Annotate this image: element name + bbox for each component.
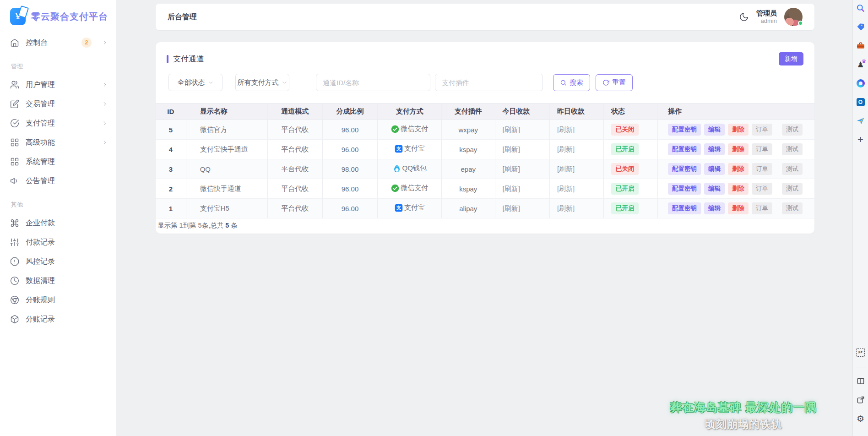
action-test-button[interactable]: 测试 (782, 124, 803, 136)
cell-split-ratio: 96.00 (322, 179, 378, 199)
action-config-key-button[interactable]: 配置密钥 (668, 143, 701, 155)
action-edit-button[interactable]: 编辑 (704, 163, 725, 175)
search-icon[interactable] (856, 3, 866, 13)
table-header-row: ID显示名称通道模式分成比例支付方式支付插件今日收款昨日收款状态操作 (156, 104, 814, 120)
add-button[interactable]: 新增 (779, 52, 803, 65)
action-config-key-button[interactable]: 配置密钥 (668, 124, 701, 136)
sidebar-item-split-records[interactable]: 分账记录 (10, 310, 108, 329)
cell-plugin: kspay (441, 140, 495, 159)
sidebar-item-label: 用户管理 (26, 80, 95, 90)
chevron-icon (102, 139, 108, 146)
plugin-input[interactable] (435, 74, 543, 91)
send-icon[interactable] (856, 116, 866, 126)
strip-divider (856, 367, 866, 367)
sidebar-item-split-rules[interactable]: 分账规则 (10, 290, 108, 310)
action-edit-button[interactable]: 编辑 (704, 183, 725, 195)
action-config-key-button[interactable]: 配置密钥 (668, 202, 701, 214)
sidebar-item-system-management[interactable]: 系统管理 (10, 152, 108, 171)
cell-channel-mode: 平台代收 (268, 159, 322, 179)
grid-icon (10, 138, 19, 147)
split-view-icon[interactable] (856, 376, 866, 386)
add-icon[interactable]: + (856, 135, 866, 145)
tag-icon[interactable] (856, 22, 866, 32)
column-header: 支付插件 (441, 104, 495, 120)
cell-today-income: [刷新] (495, 120, 549, 140)
avatar[interactable] (784, 8, 803, 26)
action-config-key-button[interactable]: 配置密钥 (668, 183, 701, 195)
action-test-button[interactable]: 测试 (782, 183, 803, 195)
cell-display-name: 支付宝快手通道 (186, 140, 267, 159)
refresh-yesterday-link[interactable]: [刷新] (557, 185, 575, 192)
subtitle-overlay: 葬在海岛墓碑 最深处的一隅 顷刻崩塌的铁轨 (670, 400, 817, 431)
sidebar-item-label: 风控记录 (26, 257, 108, 267)
status-select[interactable]: 全部状态 (168, 74, 222, 91)
outlook-icon[interactable]: O (856, 97, 866, 107)
chess-icon[interactable]: ♟♛ (856, 60, 866, 70)
action-delete-button[interactable]: 删除 (728, 163, 749, 175)
refresh-today-link[interactable]: [刷新] (503, 145, 520, 153)
cell-plugin: epay (441, 159, 495, 179)
table-row: 2微信快手通道平台代收96.00微信支付kspay[刷新][刷新]已开启配置密钥… (156, 179, 814, 199)
refresh-today-link[interactable]: [刷新] (503, 165, 520, 173)
chevron-icon (102, 39, 108, 46)
app-title: 零云聚合支付平台 (31, 11, 108, 23)
action-order-button[interactable]: 订单 (752, 124, 772, 136)
action-delete-button[interactable]: 删除 (728, 124, 749, 136)
chrome-icon (10, 295, 19, 305)
user-menu[interactable]: 管理员 admin (756, 9, 777, 25)
sidebar-item-trade-management[interactable]: 交易管理 (10, 94, 108, 114)
cell-today-income: [刷新] (495, 140, 549, 159)
refresh-yesterday-link[interactable]: [刷新] (557, 125, 575, 133)
sidebar-item-risk-records[interactable]: 风控记录 (10, 252, 108, 271)
sidebar-item-advanced-features[interactable]: 高级功能 (10, 133, 108, 152)
action-order-button[interactable]: 订单 (752, 183, 772, 195)
refresh-yesterday-link[interactable]: [刷新] (557, 145, 575, 153)
action-edit-button[interactable]: 编辑 (704, 202, 725, 214)
sidebar-item-data-cleanup[interactable]: 数据清理 (10, 271, 108, 290)
action-delete-button[interactable]: 删除 (728, 143, 749, 155)
refresh-yesterday-link[interactable]: [刷新] (557, 165, 575, 173)
cell-id: 4 (156, 140, 186, 159)
sidebar-nav: 控制台2管理用户管理交易管理支付管理高级功能系统管理公告管理其他企业付款付款记录… (10, 33, 108, 329)
sidebar-item-console[interactable]: 控制台2 (10, 33, 108, 52)
action-test-button[interactable]: 测试 (782, 163, 803, 175)
sidebar-item-enterprise-payment[interactable]: 企业付款 (10, 213, 108, 233)
sidebar-item-payment-records[interactable]: 付款记录 (10, 233, 108, 252)
sidebar-item-payment-management[interactable]: 支付管理 (10, 114, 108, 133)
svg-text:支: 支 (396, 146, 401, 151)
settings-icon[interactable]: ⚙ (856, 414, 866, 424)
action-edit-button[interactable]: 编辑 (704, 143, 725, 155)
refresh-today-link[interactable]: [刷新] (503, 204, 520, 212)
channel-id-input[interactable] (316, 74, 430, 91)
snip-icon[interactable]: ✂ (856, 347, 866, 357)
toolbox-icon[interactable] (856, 41, 866, 51)
refresh-today-link[interactable]: [刷新] (503, 125, 520, 133)
table-row: 3QQ平台代收98.00QQ钱包epay[刷新][刷新]已关闭配置密钥编辑删除订… (156, 159, 814, 179)
search-icon (560, 79, 567, 86)
sidebar-item-announcement-management[interactable]: 公告管理 (10, 171, 108, 191)
cell-payment-method: 微信支付 (378, 120, 442, 140)
action-edit-button[interactable]: 编辑 (704, 124, 725, 136)
cell-display-name: 微信快手通道 (186, 179, 267, 199)
method-select[interactable]: 所有支付方式 (235, 74, 289, 91)
title-accent-bar (167, 55, 168, 63)
open-external-icon[interactable] (856, 395, 866, 405)
action-test-button[interactable]: 测试 (782, 143, 803, 155)
action-order-button[interactable]: 订单 (752, 202, 772, 214)
table-footer: 显示第 1到第 5条,总共 5 条 (156, 218, 814, 234)
refresh-today-link[interactable]: [刷新] (503, 185, 520, 192)
action-test-button[interactable]: 测试 (782, 202, 803, 214)
search-button[interactable]: 搜索 (553, 74, 590, 91)
action-delete-button[interactable]: 删除 (728, 183, 749, 195)
reset-button[interactable]: 重置 (596, 74, 633, 91)
copilot-icon[interactable] (856, 78, 866, 88)
action-order-button[interactable]: 订单 (752, 163, 772, 175)
action-config-key-button[interactable]: 配置密钥 (668, 163, 701, 175)
action-delete-button[interactable]: 删除 (728, 202, 749, 214)
sidebar-item-label: 付款记录 (26, 238, 108, 247)
refresh-yesterday-link[interactable]: [刷新] (557, 204, 575, 212)
action-order-button[interactable]: 订单 (752, 143, 772, 155)
dark-mode-moon-icon[interactable] (739, 12, 749, 22)
sidebar-item-user-management[interactable]: 用户管理 (10, 75, 108, 94)
cell-split-ratio: 96.00 (322, 120, 378, 140)
